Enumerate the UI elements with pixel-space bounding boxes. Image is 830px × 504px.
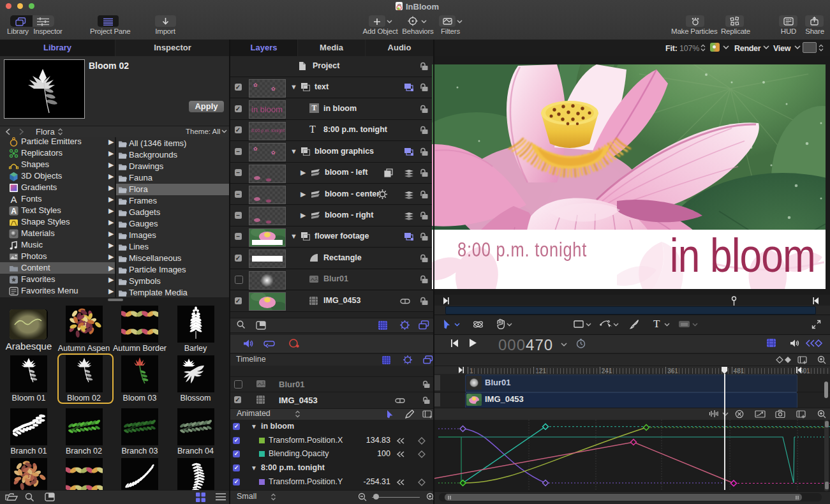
svg-text:in bloom: in bloom	[670, 229, 815, 281]
svg-text:8:00 p.m. tonight: 8:00 p.m. tonight	[457, 239, 587, 261]
svg-text:A: A	[10, 195, 17, 204]
svg-text:A: A	[11, 207, 17, 216]
